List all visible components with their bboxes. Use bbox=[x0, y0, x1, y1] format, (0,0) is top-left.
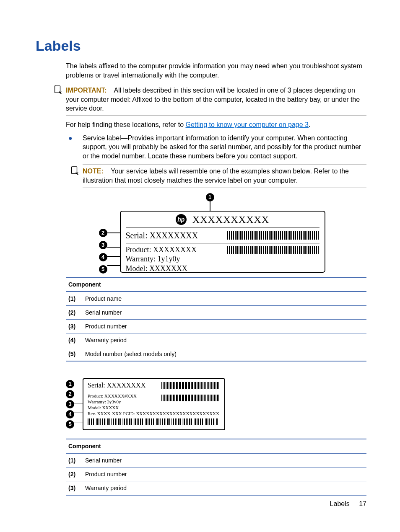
callout-num-4: 4 bbox=[66, 410, 74, 418]
help-line: For help finding these locations, refer … bbox=[66, 120, 366, 129]
callout-num-4: 4 bbox=[99, 253, 107, 261]
note-icon bbox=[70, 166, 79, 175]
note-label: NOTE: bbox=[83, 168, 104, 175]
label-box-1: hp XXXXXXXXXX Serial: XXXXXXXX Product: … bbox=[120, 211, 325, 273]
row-desc: Serial number bbox=[83, 305, 366, 319]
barcode-icon bbox=[227, 231, 319, 240]
table-row: (1)Product name bbox=[66, 292, 366, 306]
component-table-2: Component (1)Serial number(2)Product num… bbox=[66, 439, 366, 496]
table-row: (2)Serial number bbox=[66, 305, 366, 319]
footer-section: Labels bbox=[330, 500, 350, 507]
row-desc: Warranty period bbox=[83, 481, 366, 495]
note-text: Your service labels will resemble one of… bbox=[83, 168, 349, 184]
callout-num-3: 3 bbox=[66, 400, 74, 408]
callout-num-1: 1 bbox=[206, 193, 214, 201]
barcode-icon bbox=[161, 382, 220, 389]
dia1-serial: Serial: XXXXXXXX bbox=[126, 231, 198, 240]
dia2-serial: Serial: XXXXXXXX bbox=[88, 382, 145, 389]
row-number: (1) bbox=[66, 292, 83, 306]
bullet-dot: ● bbox=[66, 134, 83, 161]
row-number: (2) bbox=[66, 467, 83, 481]
table-row: (1)Serial number bbox=[66, 453, 366, 467]
dia2-rev: Rev. XXXX-XXX PCID: XXXXXXXXXXXXXXXXXXXX… bbox=[88, 411, 220, 416]
row-number: (2) bbox=[66, 305, 83, 319]
dia2-product: Product: XXXXXX#XXX bbox=[88, 393, 137, 399]
barcode-icon bbox=[88, 418, 218, 425]
dia1-model: Model: XXXXXXX bbox=[126, 264, 197, 274]
table-row: (5)Model number (select models only) bbox=[66, 347, 366, 361]
page-footer: Labels 17 bbox=[330, 500, 366, 508]
dia1-warranty: Warranty: 1y1y0y bbox=[126, 254, 197, 264]
table-row: (3)Product number bbox=[66, 319, 366, 333]
callout-num-3: 3 bbox=[99, 241, 107, 249]
help-suffix: . bbox=[309, 121, 310, 128]
bullet-item: ● Service label—Provides important infor… bbox=[66, 134, 366, 161]
table-header: Component bbox=[66, 277, 366, 292]
row-number: (1) bbox=[66, 453, 83, 467]
row-number: (5) bbox=[66, 347, 83, 361]
row-number: (3) bbox=[66, 481, 83, 495]
row-desc: Model number (select models only) bbox=[83, 347, 366, 361]
dia2-model: Model: XXXXX bbox=[88, 405, 137, 411]
callout-num-2: 2 bbox=[66, 390, 74, 398]
bullet-text: Service label—Provides important informa… bbox=[83, 134, 366, 161]
table-row: (2)Product number bbox=[66, 467, 366, 481]
help-prefix: For help finding these locations, refer … bbox=[66, 121, 186, 128]
row-desc: Product number bbox=[83, 319, 366, 333]
label-box-2: Serial: XXXXXXXX Product: XXXXXX#XXX War… bbox=[83, 378, 225, 430]
table-row: (3)Warranty period bbox=[66, 481, 366, 495]
callout-num-2: 2 bbox=[99, 229, 107, 237]
row-desc: Serial number bbox=[83, 453, 366, 467]
row-desc: Product number bbox=[83, 467, 366, 481]
note-callout: NOTE: Your service labels will resemble … bbox=[83, 165, 366, 188]
table-header: Component bbox=[66, 439, 366, 453]
row-number: (3) bbox=[66, 319, 83, 333]
important-icon bbox=[53, 85, 62, 94]
dia1-product: Product: XXXXXXXX bbox=[126, 245, 197, 255]
diagram-1: 1 2 3 4 5 hp XXXXXXXXXX bbox=[66, 193, 366, 362]
row-desc: Warranty period bbox=[83, 333, 366, 347]
callout-num-5: 5 bbox=[66, 420, 74, 429]
diagram-2: 1 2 3 4 5 Serial: XXXXXXXX Product: XXXX… bbox=[66, 378, 234, 433]
dia1-title: XXXXXXXXXX bbox=[192, 214, 269, 225]
row-desc: Product name bbox=[83, 292, 366, 306]
barcode-icon bbox=[227, 246, 319, 254]
table-row: (4)Warranty period bbox=[66, 333, 366, 347]
barcode-icon bbox=[161, 395, 220, 401]
callout-num-5: 5 bbox=[99, 265, 107, 274]
important-callout: IMPORTANT: All labels described in this … bbox=[66, 84, 366, 116]
help-link[interactable]: Getting to know your computer on page 3 bbox=[186, 121, 309, 128]
callout-num-1: 1 bbox=[66, 380, 74, 388]
component-table-1: Component (1)Product name(2)Serial numbe… bbox=[66, 277, 366, 362]
page-heading: Labels bbox=[36, 38, 366, 54]
row-number: (4) bbox=[66, 333, 83, 347]
footer-page-number: 17 bbox=[359, 500, 366, 507]
intro-paragraph: The labels affixed to the computer provi… bbox=[66, 62, 366, 80]
important-label: IMPORTANT: bbox=[66, 87, 106, 94]
hp-logo-icon: hp bbox=[176, 214, 187, 225]
dia2-warranty: Warranty: 3y3y0y bbox=[88, 399, 137, 405]
